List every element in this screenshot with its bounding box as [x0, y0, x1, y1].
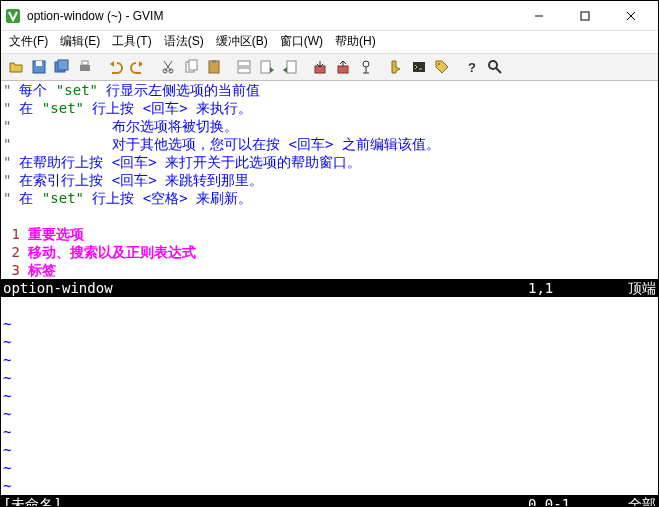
make-icon[interactable] — [385, 56, 407, 78]
tilde-line: ~ — [1, 459, 658, 477]
save-session-icon[interactable] — [332, 56, 354, 78]
status-percent: 全部 — [628, 495, 656, 507]
find-help-icon[interactable] — [484, 56, 506, 78]
menu-file[interactable]: 文件(F) — [9, 33, 48, 50]
menu-help[interactable]: 帮助(H) — [335, 33, 376, 50]
svg-rect-20 — [287, 61, 296, 73]
shell-icon[interactable] — [408, 56, 430, 78]
app-icon — [5, 8, 21, 24]
tilde-line: ~ — [1, 387, 658, 405]
print-icon[interactable] — [74, 56, 96, 78]
toolbar: ? — [1, 54, 658, 81]
svg-rect-9 — [80, 65, 90, 71]
tilde-line: ~ — [1, 441, 658, 459]
svg-point-25 — [438, 63, 440, 65]
minimize-button[interactable] — [516, 1, 562, 31]
svg-rect-17 — [238, 61, 250, 66]
window-controls — [516, 1, 654, 31]
svg-rect-14 — [189, 60, 197, 70]
load-session-icon[interactable] — [309, 56, 331, 78]
tilde-line: ~ — [1, 405, 658, 423]
copy-icon[interactable] — [180, 56, 202, 78]
editor-top-pane[interactable]: " 每个 "set" 行显示左侧选项的当前值 " 在 "set" 行上按 <回车… — [1, 81, 658, 279]
replace-icon[interactable] — [233, 56, 255, 78]
close-button[interactable] — [608, 1, 654, 31]
maximize-button[interactable] — [562, 1, 608, 31]
menubar: 文件(F) 编辑(E) 工具(T) 语法(S) 缓冲区(B) 窗口(W) 帮助(… — [1, 31, 658, 54]
paste-icon[interactable] — [203, 56, 225, 78]
svg-rect-10 — [82, 61, 88, 65]
tags-icon[interactable] — [431, 56, 453, 78]
help-icon[interactable]: ? — [461, 56, 483, 78]
menu-edit[interactable]: 编辑(E) — [60, 33, 100, 50]
redo-icon[interactable] — [127, 56, 149, 78]
svg-rect-2 — [581, 12, 589, 20]
undo-icon[interactable] — [104, 56, 126, 78]
svg-rect-24 — [413, 62, 425, 72]
svg-rect-6 — [36, 61, 42, 66]
tilde-line: ~ — [1, 423, 658, 441]
find-next-icon[interactable] — [256, 56, 278, 78]
editor-bottom-pane[interactable]: ~ ~ ~ ~ ~ ~ ~ ~ ~ ~ — [1, 297, 658, 495]
menu-buffers[interactable]: 缓冲区(B) — [216, 33, 268, 50]
statusline-bottom: [未命名] 0,0-1 全部 — [1, 495, 658, 507]
svg-point-23 — [363, 61, 369, 67]
tilde-line: ~ — [1, 333, 658, 351]
svg-rect-22 — [338, 66, 348, 73]
save-icon[interactable] — [28, 56, 50, 78]
status-percent: 顶端 — [628, 279, 656, 297]
run-script-icon[interactable] — [355, 56, 377, 78]
find-prev-icon[interactable] — [279, 56, 301, 78]
svg-rect-16 — [212, 60, 216, 63]
titlebar: option-window (~) - GVIM — [1, 1, 658, 31]
status-pos: 0,0-1 — [528, 495, 628, 507]
statusline-top: option-window 1,1 顶端 — [1, 279, 658, 297]
status-filename: option-window — [3, 279, 528, 297]
tilde-line: ~ — [1, 477, 658, 495]
svg-rect-8 — [58, 60, 68, 70]
tilde-line: ~ — [1, 315, 658, 333]
tilde-line: ~ — [1, 351, 658, 369]
tilde-line: ~ — [1, 369, 658, 387]
svg-line-28 — [496, 68, 501, 73]
menu-tools[interactable]: 工具(T) — [112, 33, 151, 50]
window-title: option-window (~) - GVIM — [27, 9, 516, 23]
cut-icon[interactable] — [157, 56, 179, 78]
svg-rect-18 — [238, 68, 250, 73]
menu-window[interactable]: 窗口(W) — [280, 33, 323, 50]
status-filename: [未命名] — [3, 495, 528, 507]
svg-point-27 — [489, 61, 497, 69]
svg-rect-19 — [261, 61, 270, 73]
status-pos: 1,1 — [528, 279, 628, 297]
menu-syntax[interactable]: 语法(S) — [164, 33, 204, 50]
saveall-icon[interactable] — [51, 56, 73, 78]
svg-text:?: ? — [468, 60, 476, 75]
open-icon[interactable] — [5, 56, 27, 78]
